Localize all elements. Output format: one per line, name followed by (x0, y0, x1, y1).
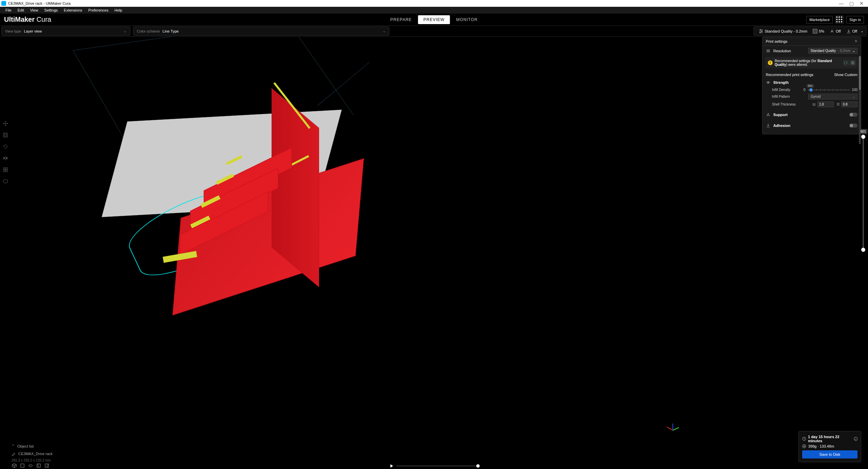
adhesion-toggle[interactable] (849, 124, 857, 128)
colorscheme-dropdown[interactable]: Color scheme Line Type ⌄ (133, 26, 389, 36)
app-icon (1, 1, 6, 6)
shell-thickness-label: Shell Thickness (772, 102, 801, 106)
play-button[interactable] (390, 464, 393, 468)
warning-icon: ! (768, 60, 773, 65)
menu-edit[interactable]: Edit (15, 7, 27, 13)
object-list-toggle[interactable]: ⌃ Object list (12, 444, 53, 448)
mesh-tool[interactable] (1, 165, 10, 174)
adhesion-label: Adhesion (773, 124, 790, 128)
svg-rect-1 (839, 16, 840, 18)
infill-density-slider[interactable]: 5% (808, 90, 849, 90)
tab-preview[interactable]: PREVIEW (418, 15, 450, 24)
adhesion-icon (766, 123, 771, 128)
summary-support-text: Off (836, 29, 841, 33)
svg-rect-5 (841, 19, 842, 20)
slider-tooltip: 5% (807, 84, 814, 88)
slice-result-card: 1 day 15 hours 22 minutes 398g · 133.48m… (798, 431, 861, 462)
tab-monitor[interactable]: MONITOR (451, 15, 483, 24)
compare-button[interactable] (850, 60, 855, 65)
view-front-icon[interactable] (20, 463, 25, 468)
move-tool[interactable] (1, 119, 10, 128)
reset-button[interactable] (843, 60, 849, 65)
scrollbar-thumb[interactable] (859, 56, 861, 90)
object-list: ⌃ Object list CE3MAX_Drive rack 291.3 x … (12, 444, 53, 462)
close-panel-button[interactable]: ✕ (854, 39, 857, 43)
summary-profile: Standard Quality - 0.2mm (757, 29, 809, 34)
panel-title: Print settings (766, 39, 788, 43)
logo-thin: Cura (35, 16, 51, 23)
chevron-down-icon: ⌄ (852, 49, 855, 53)
header-bar: UltiMaker Cura PREPARE PREVIEW MONITOR M… (0, 14, 868, 26)
print-time: 1 day 15 hours 22 minutes (808, 435, 852, 443)
object-dimensions: 291.3 x 293.2 x 120.2 mm (12, 458, 53, 462)
timeline-track[interactable] (396, 466, 478, 466)
support-blocker-tool[interactable] (1, 176, 10, 186)
infill-pattern-label: Infill Pattern (772, 95, 801, 98)
viewport-3d[interactable] (0, 37, 868, 469)
menu-extensions[interactable]: Extensions (61, 7, 85, 13)
resolution-icon (766, 49, 771, 53)
alert-text: Recommended settings (for Standard Quali… (775, 59, 841, 67)
save-to-disk-button[interactable]: Save to Disk (802, 450, 857, 458)
info-icon[interactable] (854, 437, 857, 441)
window-title: CE3MAX_Drive rack - UltiMaker Cura (8, 1, 71, 5)
object-list-item[interactable]: CE3MAX_Drive rack (12, 450, 53, 457)
apps-grid-icon[interactable] (835, 16, 844, 24)
summary-infill: 5% (811, 29, 826, 34)
window-titlebar: CE3MAX_Drive rack - UltiMaker Cura — ▢ ✕ (0, 0, 868, 7)
layer-slider-top-handle[interactable] (861, 135, 865, 139)
shell-horizontal-input[interactable] (817, 101, 834, 107)
maximize-button[interactable]: ▢ (846, 1, 856, 6)
resolution-label: Resolution (773, 49, 791, 53)
svg-rect-7 (839, 21, 840, 22)
timeline-handle[interactable] (476, 464, 480, 468)
svg-rect-12 (813, 29, 817, 33)
pencil-icon (12, 452, 16, 456)
resolution-dropdown[interactable]: Standard Quality - 0.2mm ⌄ (808, 48, 857, 54)
simulation-timeline (390, 464, 478, 468)
menu-preferences[interactable]: Preferences (86, 7, 111, 13)
clock-icon (802, 437, 806, 441)
menubar: File Edit View Settings Extensions Prefe… (0, 7, 868, 14)
summary-adhesion-text: Off (852, 29, 857, 33)
svg-rect-23 (853, 61, 854, 64)
chevron-down-icon: ⌄ (119, 29, 127, 33)
colorscheme-value: Line Type (163, 29, 179, 33)
svg-rect-18 (6, 170, 7, 172)
layer-slider-track[interactable] (863, 135, 864, 251)
colorscheme-label: Color scheme (137, 29, 160, 33)
svg-point-9 (760, 29, 761, 30)
rotate-tool[interactable] (1, 142, 10, 151)
viewtype-dropdown[interactable]: View type Layer view ⌄ (1, 26, 130, 36)
infill-density-label: Infill Density (772, 88, 801, 92)
close-window-button[interactable]: ✕ (856, 1, 867, 6)
layer-slider-bottom-handle[interactable] (861, 248, 865, 252)
show-custom-button[interactable]: Show Custom (834, 73, 857, 77)
shell-thickness-row: Shell Thickness (766, 100, 857, 108)
print-summary-bar[interactable]: Standard Quality - 0.2mm 5% Off Off ⌄ (754, 26, 867, 36)
svg-point-24 (768, 82, 769, 83)
marketplace-button[interactable]: Marketplace (806, 16, 833, 23)
menu-settings[interactable]: Settings (41, 7, 60, 13)
summary-infill-text: 5% (819, 29, 824, 33)
transform-toolbar (1, 119, 11, 186)
tab-prepare[interactable]: PREPARE (385, 15, 417, 24)
svg-rect-4 (839, 19, 840, 20)
view-left-icon[interactable] (36, 463, 41, 468)
view-right-icon[interactable] (44, 463, 50, 468)
infill-pattern-select[interactable]: Gyroid ⌄ (808, 94, 857, 99)
signin-button[interactable]: Sign in (846, 16, 864, 23)
menu-help[interactable]: Help (112, 7, 125, 13)
menu-view[interactable]: View (27, 7, 41, 13)
view-iso-icon[interactable] (12, 463, 17, 468)
minimize-button[interactable]: — (836, 1, 846, 6)
svg-rect-13 (3, 133, 7, 137)
mirror-tool[interactable] (1, 153, 10, 163)
support-toggle[interactable] (849, 113, 857, 117)
shell-vertical-input[interactable] (841, 101, 857, 107)
logo: UltiMaker Cura (4, 16, 51, 23)
view-top-icon[interactable] (28, 463, 33, 468)
scale-tool[interactable] (1, 130, 10, 140)
svg-rect-15 (3, 168, 5, 169)
menu-file[interactable]: File (3, 7, 14, 13)
